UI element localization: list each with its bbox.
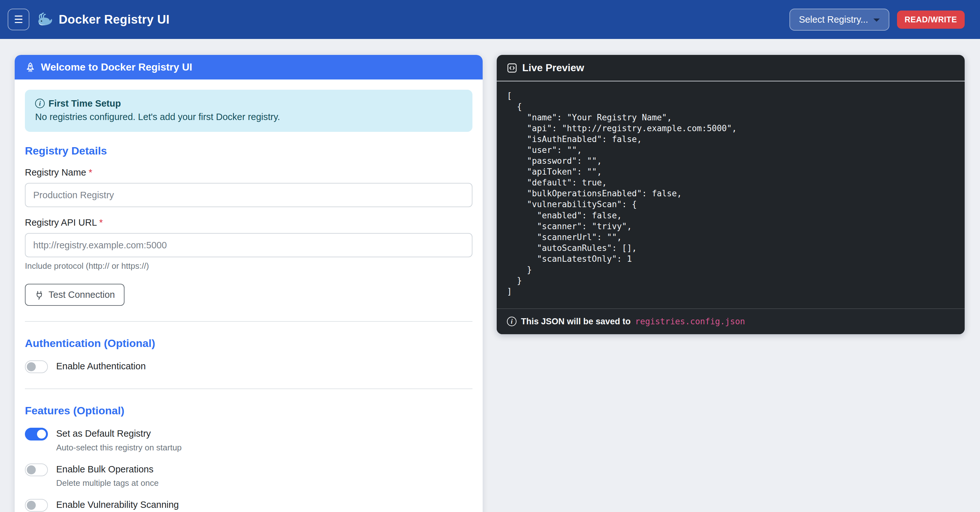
app-brand: Docker Registry UI <box>37 12 170 27</box>
live-preview-header: Live Preview <box>497 55 965 81</box>
live-preview-panel: Live Preview [ { "name": "Your Registry … <box>497 55 965 334</box>
navbar-actions: Select Registry... READ/WRITE <box>789 9 965 31</box>
welcome-card-body: i First Time Setup No registries configu… <box>15 80 483 512</box>
live-preview-footer: i This JSON will be saved to registries.… <box>497 308 965 334</box>
enable-bulk-operations-row: Enable Bulk Operations Delete multiple t… <box>25 463 473 488</box>
welcome-card-header: Welcome to Docker Registry UI <box>15 55 483 80</box>
enable-vulnerability-scanning-row: Enable Vulnerability Scanning <box>25 498 473 512</box>
info-icon: i <box>35 99 45 108</box>
chevron-down-icon <box>873 19 880 22</box>
live-preview-body: [ { "name": "Your Registry Name", "api":… <box>497 81 965 308</box>
toggle-subtext: Delete multiple tags at once <box>56 478 159 488</box>
required-asterisk: * <box>99 217 103 227</box>
alert-message: No registries configured. Let's add your… <box>35 110 462 124</box>
hamburger-icon: ☰ <box>14 14 23 25</box>
plug-icon <box>35 290 44 300</box>
rocket-icon <box>25 62 36 73</box>
read-write-badge: READ/WRITE <box>897 11 965 29</box>
required-asterisk: * <box>89 167 92 178</box>
welcome-card-title: Welcome to Docker Registry UI <box>41 61 192 73</box>
select-registry-label: Select Registry... <box>799 14 868 25</box>
info-icon: i <box>507 316 517 326</box>
preview-footer-text: This JSON will be saved to <box>521 316 631 326</box>
registry-name-input[interactable] <box>25 183 473 207</box>
enable-authentication-toggle[interactable] <box>25 360 48 373</box>
toggle-knob <box>27 362 36 371</box>
toggle-label: Enable Bulk Operations <box>56 463 159 476</box>
test-connection-button[interactable]: Test Connection <box>25 284 124 306</box>
set-default-registry-toggle[interactable] <box>25 428 48 440</box>
registry-api-url-input[interactable] <box>25 233 473 257</box>
whale-logo-icon <box>37 12 54 27</box>
enable-vulnerability-scanning-toggle[interactable] <box>25 499 48 512</box>
json-preview-code: [ { "name": "Your Registry Name", "api":… <box>507 90 955 297</box>
alert-title: First Time Setup <box>49 97 121 110</box>
registry-api-url-label: Registry API URL * <box>25 217 473 228</box>
select-registry-dropdown[interactable]: Select Registry... <box>789 9 889 31</box>
toggle-knob <box>37 429 46 439</box>
features-heading: Features (Optional) <box>25 404 473 417</box>
code-square-icon <box>507 63 517 73</box>
set-default-registry-row: Set as Default Registry Auto-select this… <box>25 427 473 453</box>
toggle-subtext: Auto-select this registry on startup <box>56 443 181 453</box>
toggle-knob <box>27 501 36 510</box>
first-time-setup-alert: i First Time Setup No registries configu… <box>25 90 473 132</box>
toggle-label: Enable Authentication <box>56 360 146 373</box>
enable-authentication-row: Enable Authentication <box>25 360 473 373</box>
toggle-label: Enable Vulnerability Scanning <box>56 498 179 511</box>
divider <box>25 388 473 389</box>
test-connection-label: Test Connection <box>49 289 115 300</box>
live-preview-title: Live Preview <box>522 62 584 74</box>
divider <box>25 321 473 322</box>
preview-footer-filename: registries.config.json <box>635 316 745 326</box>
alert-title-row: i First Time Setup <box>35 97 462 110</box>
welcome-card: Welcome to Docker Registry UI i First Ti… <box>15 55 483 512</box>
app-title: Docker Registry UI <box>59 13 170 27</box>
hamburger-menu-button[interactable]: ☰ <box>8 9 29 30</box>
enable-bulk-operations-toggle[interactable] <box>25 463 48 476</box>
registry-name-label: Registry Name * <box>25 167 473 178</box>
toggle-label: Set as Default Registry <box>56 427 181 440</box>
registry-details-heading: Registry Details <box>25 145 473 157</box>
top-navbar: ☰ Docker Registry UI Select Registry... … <box>0 0 980 39</box>
main-content: Welcome to Docker Registry UI i First Ti… <box>0 39 980 512</box>
authentication-heading: Authentication (Optional) <box>25 337 473 350</box>
url-help-text: Include protocol (http:// or https://) <box>25 261 473 271</box>
toggle-knob <box>27 465 36 474</box>
